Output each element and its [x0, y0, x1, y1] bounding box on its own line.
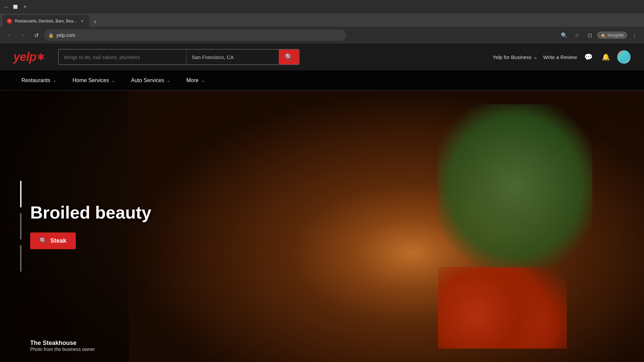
yelp-logo-text: yelp [13, 50, 36, 64]
nav-more-label: More [186, 77, 198, 83]
search-icon: 🔍 [285, 53, 293, 61]
new-tab-button[interactable]: + [91, 17, 100, 27]
hero-section: Broiled beauty 🔍 Steak The Steakhouse Ph… [0, 90, 644, 362]
window-controls: — ⬜ ✕ [3, 3, 28, 10]
tab-favicon: Y [7, 18, 12, 24]
bell-icon: 🔔 [602, 53, 610, 61]
forward-button[interactable]: › [17, 30, 28, 41]
incognito-badge: 🕵 Incognito [597, 32, 627, 39]
yelp-header: yelp ✱ 🔍 Yelp for Business ⌄ Write a Rev… [0, 44, 644, 70]
yelp-website: yelp ✱ 🔍 Yelp for Business ⌄ Write a Rev… [0, 44, 644, 362]
incognito-label: Incognito [607, 33, 624, 38]
bookmark-star-button[interactable]: ☆ [572, 30, 582, 41]
messages-button[interactable]: 💬 [582, 51, 594, 63]
hero-cta-button[interactable]: 🔍 Steak [30, 233, 76, 249]
tab-favicon-icon: Y [8, 19, 10, 23]
minimize-button[interactable]: — [3, 3, 9, 10]
cta-label: Steak [50, 237, 66, 244]
yelp-logo-star: ✱ [37, 52, 45, 63]
nav-home-services-chevron: ⌄ [112, 78, 115, 83]
tab-close-button[interactable]: × [79, 18, 85, 24]
nav-restaurants-chevron: ⌄ [53, 78, 56, 83]
close-button[interactable]: ✕ [21, 3, 28, 10]
refresh-button[interactable]: ↺ [31, 30, 42, 41]
yelp-for-business-label: Yelp for Business [493, 54, 531, 60]
active-tab[interactable]: Y Restaurants, Dentists, Bars, Bea... × [3, 15, 89, 27]
nav-restaurants-label: Restaurants [21, 77, 50, 83]
search-where-input[interactable] [186, 50, 279, 64]
address-bar[interactable]: 🔒 yelp.com [44, 29, 346, 41]
browser-actions: 🔍 ☆ ⊡ 🕵 Incognito ⋮ [559, 30, 640, 41]
browser-chrome: — ⬜ ✕ Y Restaurants, Dentists, Bars, Bea… [0, 0, 644, 44]
slide-indicators [20, 181, 21, 272]
hero-food-image [129, 90, 644, 362]
slide-indicator-2[interactable] [20, 213, 21, 240]
search-form: 🔍 [58, 49, 300, 65]
search-what-input[interactable] [59, 50, 186, 64]
lock-icon: 🔒 [48, 33, 54, 38]
write-review-link[interactable]: Write a Review [543, 54, 577, 60]
yelp-for-business-link[interactable]: Yelp for Business ⌄ [493, 54, 538, 60]
business-info-overlay: The Steakhouse Photo from the business o… [30, 340, 95, 352]
user-avatar-button[interactable] [617, 50, 631, 64]
nav-item-auto-services[interactable]: Auto Services ⌄ [123, 70, 178, 90]
nav-item-home-services[interactable]: Home Services ⌄ [64, 70, 123, 90]
lens-icon-button[interactable]: 🔍 [559, 30, 570, 41]
nav-auto-services-chevron: ⌄ [167, 78, 170, 83]
tab-title: Restaurants, Dentists, Bars, Bea... [15, 19, 76, 23]
nav-item-more[interactable]: More ⌄ [178, 70, 212, 90]
address-bar-row: ‹ › ↺ 🔒 yelp.com 🔍 ☆ ⊡ 🕵 Incognito ⋮ 📁 A… [0, 27, 644, 44]
nav-auto-services-label: Auto Services [131, 77, 164, 83]
maximize-button[interactable]: ⬜ [12, 3, 19, 10]
slide-indicator-1[interactable] [20, 181, 21, 207]
slide-indicator-3[interactable] [20, 245, 21, 272]
nav-home-services-label: Home Services [72, 77, 109, 83]
nav-item-restaurants[interactable]: Restaurants ⌄ [13, 70, 64, 90]
incognito-icon: 🕵 [600, 33, 605, 38]
cta-search-icon: 🔍 [40, 237, 47, 245]
yelp-logo[interactable]: yelp ✱ [13, 50, 45, 64]
business-photo-credit: Photo from the business owner [30, 347, 95, 352]
browser-menu-button[interactable]: ⋮ [629, 30, 640, 41]
title-bar: — ⬜ ✕ [0, 0, 644, 13]
nav-more-chevron: ⌄ [201, 78, 205, 83]
yelp-for-business-chevron: ⌄ [533, 54, 538, 60]
back-button[interactable]: ‹ [4, 30, 15, 41]
messages-icon: 💬 [584, 53, 593, 61]
business-name: The Steakhouse [30, 340, 95, 347]
header-right: Yelp for Business ⌄ Write a Review 💬 🔔 [493, 50, 631, 64]
hero-content: Broiled beauty 🔍 Steak [30, 203, 151, 249]
search-submit-button[interactable]: 🔍 [279, 50, 299, 64]
tab-bar: Y Restaurants, Dentists, Bars, Bea... × … [0, 13, 644, 27]
notifications-button[interactable]: 🔔 [600, 51, 612, 63]
address-text: yelp.com [56, 33, 342, 38]
yelp-nav: Restaurants ⌄ Home Services ⌄ Auto Servi… [0, 70, 644, 90]
hero-title: Broiled beauty [30, 203, 151, 222]
split-screen-button[interactable]: ⊡ [584, 30, 595, 41]
